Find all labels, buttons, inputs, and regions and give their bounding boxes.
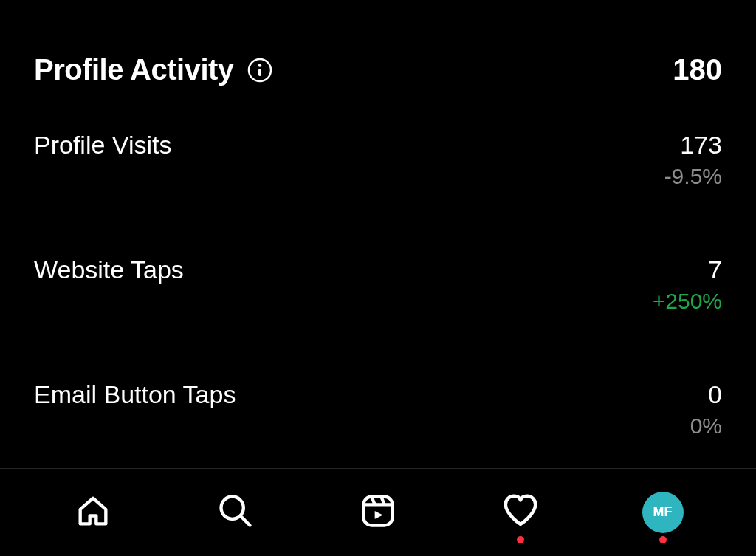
metric-value: 173 [680,131,722,159]
page-title: Profile Activity [34,53,234,86]
svg-rect-2 [258,69,261,76]
metric-values: 173 -9.5% [664,131,722,189]
metric-label: Profile Visits [34,131,171,159]
nav-home[interactable] [71,490,115,535]
metric-value: 0 [708,380,722,409]
metric-value: 7 [708,255,722,284]
nav-activity[interactable] [498,490,543,535]
metric-change: -9.5% [664,164,722,189]
metric-row-website-taps: Website Taps 7 +250% [34,255,722,380]
notification-dot [517,536,524,543]
header-left-group: Profile Activity [34,53,272,86]
metric-row-email-taps: Email Button Taps 0 0% [34,380,722,468]
content-area: Profile Activity 180 Profile Visits 173 … [0,0,756,468]
nav-reels[interactable] [356,490,400,535]
svg-line-4 [241,517,250,526]
metric-row-profile-visits: Profile Visits 173 -9.5% [34,131,722,255]
home-icon [74,492,112,533]
total-activity-value: 180 [673,53,722,86]
metric-label: Website Taps [34,255,184,284]
avatar-initials: MF [653,504,673,520]
info-icon[interactable] [247,58,272,83]
nav-search[interactable] [213,490,258,535]
metric-values: 7 +250% [653,255,722,314]
svg-rect-5 [363,496,392,525]
search-icon [216,492,255,533]
reels-icon [359,492,397,533]
bottom-nav: MF [0,469,756,556]
metric-change: 0% [690,413,722,439]
profile-activity-header: Profile Activity 180 [34,0,722,131]
avatar: MF [642,492,684,533]
metric-change: +250% [653,289,722,314]
heart-icon [501,491,540,534]
notification-dot [659,536,667,543]
metric-label: Email Button Taps [34,380,236,409]
svg-point-1 [258,64,261,66]
metric-values: 0 0% [690,380,722,439]
nav-profile[interactable]: MF [641,490,685,535]
